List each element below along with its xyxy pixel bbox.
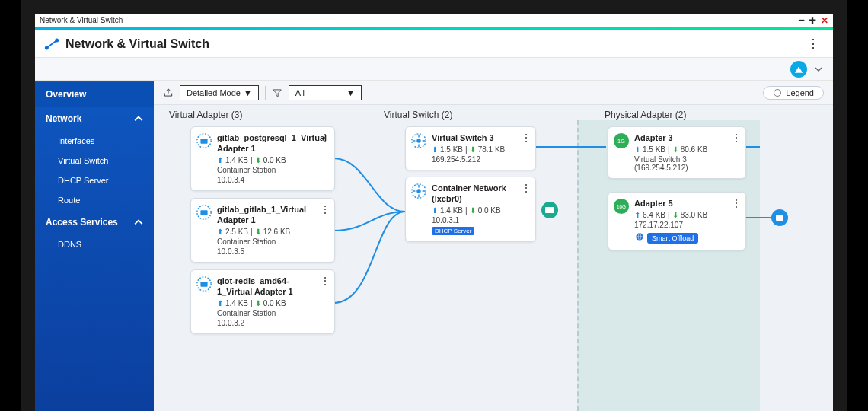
traffic-row: ⬆1.5 KB | ⬇78.1 KB xyxy=(432,145,528,154)
svg-rect-14 xyxy=(545,207,554,213)
upload-value: 1.4 KB xyxy=(225,299,248,307)
switch-binding: Virtual Switch 3 (169.254.5.212) xyxy=(634,155,738,172)
sidebar-item-label: Overview xyxy=(46,89,86,100)
download-value: 0.0 KB xyxy=(263,156,286,164)
card-menu-button[interactable]: ⋮ xyxy=(521,132,531,144)
adapter-icon xyxy=(196,204,212,221)
svg-point-0 xyxy=(45,46,49,49)
legend-button[interactable]: Legend xyxy=(763,86,824,100)
window-minimize[interactable]: ━ xyxy=(799,16,804,25)
profile-avatar[interactable] xyxy=(790,61,807,78)
avatar-icon xyxy=(793,64,804,75)
card-menu-button[interactable]: ⋮ xyxy=(320,203,330,215)
toolbar: Detailed Mode ▼ All ▼ Legend xyxy=(154,81,833,105)
sidebar-item-interfaces[interactable]: Interfaces xyxy=(35,131,154,151)
sidebar-item-overview[interactable]: Overview xyxy=(35,82,154,107)
topology-canvas: Virtual Adapter (3) Virtual Switch (2) P… xyxy=(154,105,833,411)
station-label: Container Station xyxy=(217,309,327,317)
chevron-up-icon xyxy=(134,218,143,227)
virtual-adapter-card[interactable]: ⋮ gitlab_gitlab_1_Virtual Adapter 1 ⬆2.5… xyxy=(190,198,335,263)
adapter-name: Adapter 5 xyxy=(634,199,729,209)
sidebar-item-label: Route xyxy=(58,196,80,205)
virtual-adapter-card[interactable]: ⋮ gitlab_postgresql_1_Virtual Adapter 1 … xyxy=(190,126,335,191)
svg-rect-8 xyxy=(200,282,207,286)
station-label: Container Station xyxy=(217,166,327,174)
ethernet-icon: 10G xyxy=(613,198,630,215)
filter-icon[interactable] xyxy=(272,88,282,98)
adapter-icon xyxy=(196,132,212,149)
legend-label: Legend xyxy=(786,88,814,97)
column-header-virtual-switch: Virtual Switch (2) xyxy=(384,110,452,120)
filter-select[interactable]: All ▼ xyxy=(289,85,362,100)
adapter-name: qiot-redis_amd64-1_Virtual Adapter 1 xyxy=(217,276,318,298)
profile-caret-icon[interactable] xyxy=(815,65,822,73)
sidebar-item-access-services[interactable]: Access Services xyxy=(35,210,154,234)
chevron-up-icon xyxy=(134,114,143,123)
upload-value: 1.4 KB xyxy=(440,206,463,215)
window-close[interactable]: ✕ xyxy=(821,16,828,25)
card-menu-button[interactable]: ⋮ xyxy=(731,197,742,209)
download-value: 0.0 KB xyxy=(263,299,286,307)
smart-offload-badge: Smart Offload xyxy=(647,233,698,244)
view-mode-select[interactable]: Detailed Mode ▼ xyxy=(180,85,259,100)
sidebar-item-ddns[interactable]: DDNS xyxy=(35,234,154,254)
column-header-virtual-adapter: Virtual Adapter (3) xyxy=(169,110,243,120)
info-icon xyxy=(773,88,782,97)
export-icon[interactable] xyxy=(163,88,174,98)
card-menu-button[interactable]: ⋮ xyxy=(731,132,742,144)
network-plug-icon xyxy=(541,201,559,219)
svg-rect-21 xyxy=(776,215,783,221)
ip-address: 169.254.5.212 xyxy=(432,155,528,164)
upload-value: 1.5 KB xyxy=(643,145,665,154)
svg-point-10 xyxy=(416,139,421,143)
profile-bar xyxy=(35,58,833,81)
sidebar-item-network[interactable]: Network xyxy=(35,107,154,131)
sidebar-item-label: DDNS xyxy=(58,240,81,249)
virtual-adapter-card[interactable]: ⋮ qiot-redis_amd64-1_Virtual Adapter 1 ⬆… xyxy=(190,269,335,334)
card-menu-button[interactable]: ⋮ xyxy=(320,275,330,287)
ethernet-icon: 1G xyxy=(613,132,630,149)
upload-value: 2.5 KB xyxy=(225,228,248,236)
ip-address: 10.0.3.2 xyxy=(217,319,327,327)
dhcp-badge: DHCP Server xyxy=(432,227,474,235)
sidebar-item-route[interactable]: Route xyxy=(35,190,154,210)
svg-text:1G: 1G xyxy=(617,138,625,145)
svg-point-12 xyxy=(416,189,421,193)
adapter-name: gitlab_postgresql_1_Virtual Adapter 1 xyxy=(217,133,318,155)
traffic-row: ⬆1.5 KB | ⬇80.6 KB xyxy=(634,145,738,154)
column-header-physical-adapter: Physical Adapter (2) xyxy=(605,110,686,120)
sidebar-item-virtual-switch[interactable]: Virtual Switch xyxy=(35,151,154,170)
window-title: Network & Virtual Switch xyxy=(40,16,123,24)
ip-address: 10.0.3.5 xyxy=(217,247,327,256)
traffic-row: ⬆1.4 KB | ⬇0.0 KB xyxy=(217,156,327,164)
download-value: 12.6 KB xyxy=(263,228,291,236)
download-value: 83.0 KB xyxy=(681,211,708,219)
svg-point-2 xyxy=(774,89,781,96)
traffic-row: ⬆1.4 KB | ⬇0.0 KB xyxy=(217,299,327,307)
ip-address: 10.0.3.1 xyxy=(432,216,528,225)
sidebar-item-label: Interfaces xyxy=(58,136,94,145)
physical-adapter-card[interactable]: 1G ⋮ Adapter 3 ⬆1.5 KB | ⬇80.6 KB Virtua… xyxy=(608,126,746,179)
dropdown-caret-icon: ▼ xyxy=(346,88,355,97)
sidebar-item-dhcp-server[interactable]: DHCP Server xyxy=(35,170,154,190)
adapter-name: gitlab_gitlab_1_Virtual Adapter 1 xyxy=(217,205,318,226)
app-menu-button[interactable]: ⋮ xyxy=(803,37,824,51)
globe-icon xyxy=(634,231,645,242)
virtual-switch-card[interactable]: ⋮ Virtual Switch 3 ⬆1.5 KB | ⬇78.1 KB 16… xyxy=(405,126,536,170)
svg-rect-6 xyxy=(200,210,207,215)
card-menu-button[interactable]: ⋮ xyxy=(320,132,330,144)
traffic-row: ⬆2.5 KB | ⬇12.6 KB xyxy=(217,228,327,236)
virtual-switch-card[interactable]: ⋮ Container Network (lxcbr0) ⬆1.4 KB | ⬇… xyxy=(405,177,536,242)
sidebar-item-label: Network xyxy=(46,113,81,124)
traffic-row: ⬆1.4 KB | ⬇0.0 KB xyxy=(432,206,528,215)
window-maximize[interactable]: ✚ xyxy=(809,16,816,25)
download-value: 0.0 KB xyxy=(478,206,501,215)
physical-adapter-card[interactable]: 10G ⋮ Adapter 5 ⬆6.4 KB | ⬇83.0 KB 172.1… xyxy=(608,192,746,250)
ip-address: 172.17.22.107 xyxy=(634,221,738,229)
card-menu-button[interactable]: ⋮ xyxy=(521,182,531,194)
dropdown-caret-icon: ▼ xyxy=(244,88,252,97)
switch-name: Virtual Switch 3 xyxy=(432,133,519,144)
traffic-row: ⬆6.4 KB | ⬇83.0 KB xyxy=(634,211,738,219)
sidebar-item-label: DHCP Server xyxy=(58,176,108,185)
filter-label: All xyxy=(295,88,305,97)
